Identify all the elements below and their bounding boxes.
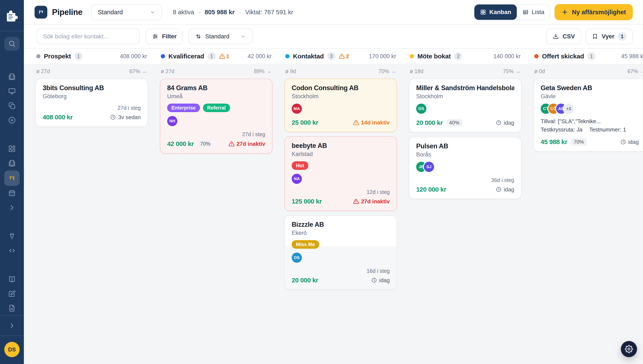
deal-card[interactable]: Codon Consulting ABStockholmMA25 000 kr1… [284,79,397,132]
status-text: idag [379,277,390,284]
deal-status: 27d inaktiv [229,141,265,147]
column-stats: ø 0d67%→ [533,64,643,79]
deal-avatars: MA [292,104,390,114]
deal-status: idag [371,277,390,284]
deal-status: idag [620,139,639,145]
column-name: Prospekt [44,53,71,60]
view-toggle-kanban[interactable]: Kanban [474,4,517,20]
sidebar-collapse-button[interactable] [5,318,19,333]
chevron-right-icon [8,203,16,212]
warning-count: 2 [346,53,349,60]
arrow-right-icon: → [391,68,396,74]
building-icon [8,72,16,81]
deal-card[interactable]: Pulsen ABBoråsJBSJ36d i steg120 000 krid… [409,137,521,199]
sidebar-item-notes[interactable] [5,286,19,301]
probability-badge: 70% [571,138,587,146]
settings-fab[interactable] [621,341,637,357]
arrow-right-icon: → [142,68,147,74]
sidebar-item-dashboard[interactable] [5,142,19,156]
csv-export-button[interactable]: CSV [546,28,581,44]
deal-card[interactable]: Bizzzle ABEkeröMiss MeDS16d i steg20 000… [284,215,397,290]
monitor-icon [8,87,16,96]
sidebar-item-add[interactable] [5,113,19,128]
sidebar-item-documents[interactable] [5,301,19,316]
view-toggle: Kanban Lista [474,4,550,20]
deal-card-footer: 120 000 kridag [416,186,514,193]
search-icon [8,40,16,48]
deal-amount: 25 000 kr [292,119,318,126]
status-text: 3v sedan [118,114,141,120]
deal-card[interactable]: Miller & Sandström HandelsbolagStockholm… [409,79,521,132]
field-value: Ja [576,126,582,133]
column-cards: 3bits Consulting ABGöteborg27d i steg408… [36,79,148,127]
deal-card[interactable]: Geta Sweden ABGävleCTCÖAE+1Tillval:["SLA… [533,79,643,152]
deal-amount: 120 000 kr [416,186,446,193]
new-deal-button[interactable]: Ny affärsmöjlighet [554,4,633,20]
deal-tags: Hot [292,161,390,170]
column-header: Kvalificerad1142 000 kr [160,48,272,64]
view-toggle-list[interactable]: Lista [517,4,550,20]
deal-amount: 20 000 kr [292,276,318,284]
sidebar: DS [0,0,24,364]
days-in-stage: 27d i steg [167,131,265,138]
pipeline-selector[interactable]: Standard [91,4,162,20]
column-cards: Codon Consulting ABStockholmMA25 000 kr1… [284,79,397,290]
views-button[interactable]: Vyer 1 [585,28,633,44]
sidebar-item-desktop[interactable] [5,84,19,98]
calendar-icon [8,189,16,197]
warning-icon [339,53,345,59]
sort-selector[interactable]: Standard [189,28,252,44]
deal-card[interactable]: 84 Grams ABUmeåEnterpriseReferralNH27d i… [160,79,272,154]
view-toggle-list-label: Lista [532,9,544,16]
user-avatar[interactable]: DS [4,342,20,357]
deal-value-group: 42 000 kr70% [167,140,213,148]
search-input[interactable] [37,28,140,44]
stage-dot-icon [285,54,290,58]
deal-card[interactable]: 3bits Consulting ABGöteborg27d i steg408… [36,79,148,127]
avg-days-in-stage: ø 9d [285,68,296,74]
warning-count: 1 [226,53,229,60]
sidebar-item-companies[interactable] [5,70,19,84]
deal-city: Gävle [541,93,639,100]
conversion-rate: 89%→ [254,68,272,74]
column-header: Möte bokat2140 000 kr [409,48,521,64]
deal-tag: Miss Me [292,240,319,249]
sidebar-item-organizations[interactable] [5,156,19,170]
sidebar-item-docs[interactable] [5,272,19,286]
deal-amount: 20 000 kr [416,119,443,126]
sidebar-item-integrations[interactable] [5,229,19,244]
deal-tags: EnterpriseReferral [167,104,265,112]
clock-icon [371,277,377,283]
deal-avatars: CTCÖAE+1 [541,104,639,114]
deal-card[interactable]: beebyte ABKarlstadHotNA12d i steg125 000… [284,136,397,211]
sidebar-item-pages[interactable] [5,98,19,113]
sidebar-item-calendar[interactable] [5,186,19,200]
sidebar-item-pipeline-active[interactable] [4,170,20,186]
deal-field: Tillval:["SLA","Teknike... [541,118,601,125]
deal-card-footer: 20 000 kridag [292,276,390,284]
sidebar-search-button[interactable] [4,37,20,51]
sidebar-expand-chevron[interactable] [5,200,19,215]
dashboard-grid-icon [8,144,16,153]
deal-city: Göteborg [43,93,141,100]
deal-status: idag [496,120,514,126]
pipeline-selector-value: Standard [98,9,123,16]
field-label: Tillval: [541,118,556,124]
book-icon [8,275,16,284]
conversion-rate: 67%→ [129,68,147,74]
column-stats: ø 9d70%→ [284,64,397,79]
deal-card-footer: 125 000 kr27d inaktiv [292,198,390,205]
pipeline-column: Möte bokat2140 000 krø 18d75%→Miller & S… [409,48,521,364]
sidebar-item-developer[interactable] [5,244,19,258]
pipeline-column: Kvalificerad1142 000 krø 27d89%→84 Grams… [160,48,272,364]
filter-button[interactable]: Filter [145,28,183,44]
deal-value-group: 20 000 kr40% [416,119,462,126]
document-icon [8,304,16,312]
page-title: Pipeline [52,8,83,17]
edit-icon [8,290,16,298]
deal-status: 14d inaktiv [353,119,390,126]
avatar: NA [292,174,302,184]
sidebar-divider [0,316,24,316]
conversion-value: 70% [378,68,389,74]
chevron-right-icon [8,322,16,330]
